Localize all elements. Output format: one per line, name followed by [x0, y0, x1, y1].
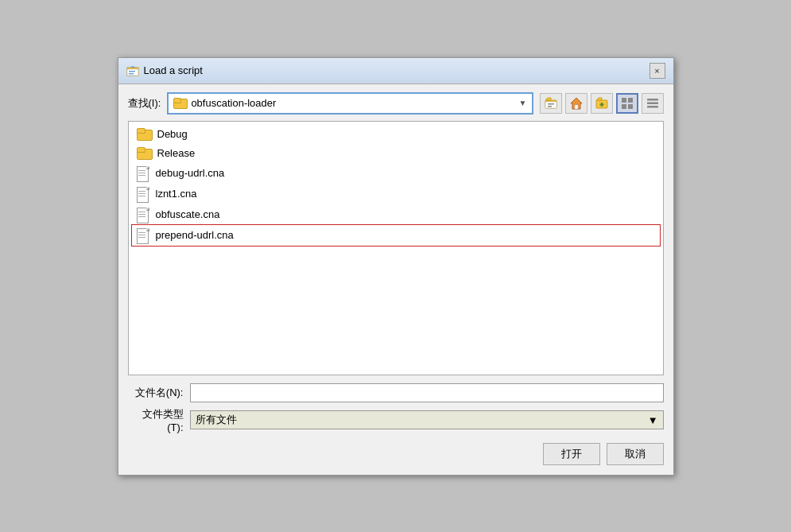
folder-icon [137, 147, 151, 160]
svg-rect-2 [129, 71, 135, 72]
svg-rect-7 [548, 106, 552, 107]
svg-rect-18 [647, 102, 658, 104]
filename-input[interactable] [190, 383, 664, 402]
svg-rect-14 [628, 98, 633, 103]
folder-icon-small [173, 98, 186, 109]
list-item-selected[interactable]: prepend-udrl.cna [132, 225, 660, 246]
file-name: debug-udrl.cna [156, 167, 225, 179]
close-button[interactable]: × [649, 63, 665, 79]
look-in-combo[interactable]: obfuscation-loader ▼ [167, 92, 533, 115]
svg-rect-13 [622, 98, 626, 103]
recent-folders-button[interactable] [540, 93, 562, 114]
list-item[interactable]: lznt1.cna [132, 184, 660, 204]
svg-rect-3 [129, 73, 134, 75]
doc-icon [137, 208, 149, 222]
dialog-body: 查找(I): obfuscation-loader ▼ [118, 84, 673, 475]
folder-icon [137, 128, 151, 141]
svg-rect-15 [622, 104, 626, 109]
svg-rect-16 [628, 104, 633, 109]
file-list-area[interactable]: Debug Release debug-udrl.cna lznt1.cna [128, 121, 664, 375]
file-name: lznt1.cna [156, 188, 197, 200]
doc-icon [137, 228, 149, 243]
title-bar-left: Load a script [126, 64, 203, 77]
doc-icon [137, 166, 149, 181]
home-button[interactable] [565, 93, 587, 114]
current-folder-text: obfuscation-loader [191, 97, 514, 109]
filetype-row: 文件类型(T): 所有文件 ▼ [128, 407, 664, 433]
filetype-combo[interactable]: 所有文件 ▼ [190, 410, 664, 429]
list-item[interactable]: Debug [132, 125, 660, 144]
doc-icon [137, 187, 149, 201]
file-name: obfuscate.cna [156, 208, 220, 220]
list-view-button[interactable] [616, 93, 638, 114]
list-item[interactable]: obfuscate.cna [132, 204, 660, 225]
toolbar-icons [540, 93, 664, 114]
filetype-value: 所有文件 [196, 413, 237, 427]
dialog-title: Load a script [144, 64, 203, 76]
title-bar: Load a script × [118, 58, 673, 84]
svg-rect-5 [545, 102, 556, 108]
svg-rect-19 [647, 106, 658, 108]
look-in-label: 查找(I): [128, 96, 161, 111]
open-button[interactable]: 打开 [543, 443, 600, 465]
combo-arrow-icon: ▼ [519, 99, 527, 107]
svg-rect-1 [127, 69, 138, 76]
toolbar-row: 查找(I): obfuscation-loader ▼ [128, 92, 664, 115]
load-script-dialog: Load a script × 查找(I): obfuscation-loade… [118, 57, 674, 476]
new-folder-button[interactable] [591, 93, 613, 114]
svg-rect-9 [575, 105, 578, 109]
list-item[interactable]: Release [132, 144, 660, 163]
svg-rect-6 [548, 103, 554, 105]
button-row: 打开 取消 [128, 438, 664, 467]
file-name: Debug [157, 128, 188, 140]
detail-view-button[interactable] [642, 93, 664, 114]
filename-row: 文件名(N): [128, 383, 664, 402]
list-item[interactable]: debug-udrl.cna [132, 163, 660, 184]
filetype-arrow-icon: ▼ [648, 414, 658, 426]
svg-rect-17 [647, 99, 658, 101]
file-name: prepend-udrl.cna [156, 229, 234, 241]
dialog-icon [126, 64, 139, 77]
file-name: Release [157, 147, 196, 159]
filetype-label: 文件类型(T): [128, 407, 184, 433]
filename-label: 文件名(N): [128, 386, 184, 400]
cancel-button[interactable]: 取消 [607, 443, 664, 465]
